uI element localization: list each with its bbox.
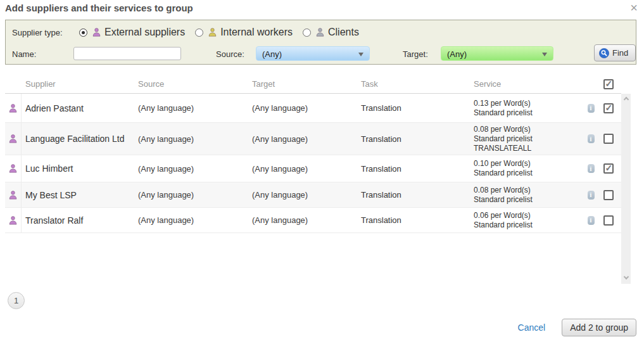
name-label: Name: bbox=[12, 49, 36, 59]
source-language: (Any language) bbox=[138, 164, 252, 174]
target-language: (Any language) bbox=[252, 190, 361, 200]
search-icon bbox=[599, 48, 609, 58]
page-title: Add suppliers and their services to grou… bbox=[5, 3, 193, 13]
add-to-group-button[interactable]: Add 2 to group bbox=[562, 319, 636, 336]
task-name: Translation bbox=[361, 164, 474, 174]
supplier-name: Language Facilitation Ltd bbox=[22, 134, 138, 144]
source-label: Source: bbox=[216, 49, 244, 59]
select-all-checkbox[interactable] bbox=[603, 79, 614, 89]
person-icon bbox=[8, 190, 18, 200]
source-language: (Any language) bbox=[138, 190, 252, 200]
row-checkbox[interactable] bbox=[603, 103, 614, 113]
row-checkbox[interactable] bbox=[603, 190, 614, 200]
task-name: Translation bbox=[361, 215, 474, 225]
task-name: Translation bbox=[361, 103, 474, 113]
cancel-button[interactable]: Cancel bbox=[518, 322, 546, 333]
table-row: Language Facilitation Ltd (Any language)… bbox=[5, 123, 621, 155]
supplier-type-row: Supplier type: External suppliers Intern… bbox=[12, 26, 369, 39]
radio-button[interactable] bbox=[195, 29, 203, 37]
row-icon-cell bbox=[5, 94, 22, 122]
table-row: My Best LSP (Any language) (Any language… bbox=[5, 182, 621, 208]
row-icon-cell bbox=[5, 208, 22, 233]
supplier-type-option[interactable]: External suppliers bbox=[79, 27, 185, 38]
info-icon[interactable]: i bbox=[588, 104, 595, 113]
row-checkbox[interactable] bbox=[603, 215, 614, 226]
supplier-name: Adrien Pastant bbox=[22, 103, 138, 113]
source-dropdown[interactable]: (Any) bbox=[256, 46, 370, 61]
target-dropdown-value: (Any) bbox=[447, 49, 467, 59]
name-input[interactable] bbox=[73, 47, 181, 60]
find-button[interactable]: Find bbox=[594, 44, 636, 61]
task-name: Translation bbox=[361, 134, 474, 144]
person-icon bbox=[92, 27, 101, 37]
person-icon bbox=[315, 27, 325, 37]
person-icon bbox=[208, 27, 217, 37]
column-header-task: Task bbox=[361, 79, 474, 89]
source-language: (Any language) bbox=[138, 215, 252, 225]
info-icon[interactable]: i bbox=[588, 216, 595, 225]
service-details: 0.08 per Word(s)Standard pricelist bbox=[474, 186, 581, 205]
supplier-type-option-label: Internal workers bbox=[220, 27, 293, 38]
vertical-scrollbar[interactable] bbox=[621, 94, 631, 284]
supplier-type-option[interactable]: Internal workers bbox=[195, 27, 293, 38]
table-header-row: Supplier Source Target Task Service bbox=[5, 75, 621, 94]
checkbox-cell bbox=[600, 190, 616, 200]
info-cell: i bbox=[581, 164, 600, 173]
person-icon bbox=[8, 134, 18, 144]
source-language: (Any language) bbox=[138, 103, 252, 113]
target-language: (Any language) bbox=[252, 215, 361, 225]
table-row: Translator Ralf (Any language) (Any lang… bbox=[5, 208, 621, 233]
close-icon[interactable]: × bbox=[630, 1, 638, 14]
service-details: 0.13 per Word(s)Standard pricelist bbox=[474, 99, 581, 118]
service-details: 0.06 per Word(s)Standard pricelist bbox=[474, 211, 581, 230]
info-icon[interactable]: i bbox=[588, 134, 595, 143]
info-icon[interactable]: i bbox=[588, 164, 595, 173]
table-row: Luc Himbert (Any language) (Any language… bbox=[5, 155, 621, 182]
filter-panel: Supplier type: External suppliers Intern… bbox=[5, 20, 636, 65]
radio-button[interactable] bbox=[79, 29, 87, 37]
person-icon bbox=[8, 103, 18, 113]
checkbox-cell bbox=[600, 215, 616, 226]
suppliers-table: Supplier Source Target Task Service Adri… bbox=[5, 75, 631, 284]
supplier-name: My Best LSP bbox=[22, 190, 138, 200]
chevron-down-icon[interactable] bbox=[623, 274, 628, 279]
source-dropdown-value: (Any) bbox=[262, 49, 282, 59]
source-language: (Any language) bbox=[138, 134, 252, 144]
chevron-up-icon[interactable] bbox=[623, 97, 628, 102]
supplier-type-option-label: Clients bbox=[328, 27, 359, 38]
radio-button[interactable] bbox=[303, 29, 311, 37]
header-checkbox-cell bbox=[600, 79, 616, 89]
target-language: (Any language) bbox=[252, 164, 361, 174]
filter-fields-row: Name: Source: (Any) Target: (Any) Find bbox=[12, 46, 631, 63]
row-checkbox[interactable] bbox=[603, 134, 614, 144]
row-icon-cell bbox=[5, 182, 22, 207]
supplier-name: Translator Ralf bbox=[22, 215, 138, 226]
pagination-page-button[interactable]: 1 bbox=[8, 292, 25, 309]
column-header-source: Source bbox=[138, 79, 252, 89]
row-icon-cell bbox=[5, 155, 22, 182]
service-details: 0.08 per Word(s)Standard pricelistTRANSL… bbox=[474, 125, 581, 153]
info-icon[interactable]: i bbox=[588, 191, 595, 200]
checkbox-cell bbox=[600, 163, 616, 174]
person-icon bbox=[8, 215, 18, 226]
target-dropdown[interactable]: (Any) bbox=[441, 46, 553, 61]
info-cell: i bbox=[581, 134, 600, 143]
row-checkbox[interactable] bbox=[603, 163, 614, 174]
target-language: (Any language) bbox=[252, 103, 361, 113]
checkbox-cell bbox=[600, 103, 616, 113]
column-header-supplier: Supplier bbox=[22, 79, 138, 89]
column-header-target: Target bbox=[252, 79, 361, 89]
column-header-service: Service bbox=[474, 79, 581, 89]
supplier-type-radio-group: External suppliers Internal workers Clie… bbox=[79, 27, 369, 38]
row-icon-cell bbox=[5, 123, 22, 155]
supplier-type-option[interactable]: Clients bbox=[303, 27, 359, 38]
table-row: Adrien Pastant (Any language) (Any langu… bbox=[5, 94, 621, 123]
target-label: Target: bbox=[403, 49, 428, 59]
dialog-footer: Cancel Add 2 to group bbox=[518, 319, 636, 336]
target-language: (Any language) bbox=[252, 134, 361, 144]
info-cell: i bbox=[581, 191, 600, 200]
supplier-type-option-label: External suppliers bbox=[104, 27, 185, 38]
service-details: 0.10 per Word(s)Standard pricelist bbox=[474, 159, 581, 178]
info-cell: i bbox=[581, 104, 600, 113]
checkbox-cell bbox=[600, 134, 616, 144]
